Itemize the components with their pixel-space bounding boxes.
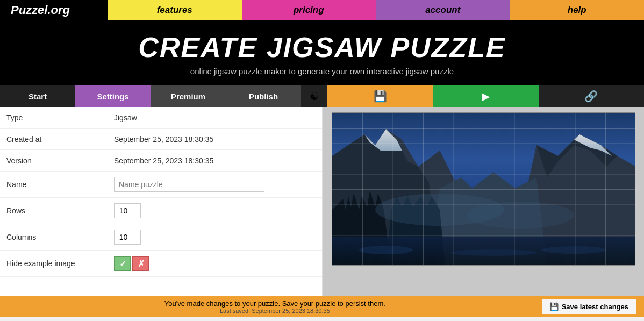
puzzle-image-svg [332, 113, 635, 266]
rows-label: Rows [6, 206, 114, 215]
name-input[interactable] [114, 177, 264, 192]
hero-title: CREATE JIGSAW PUZZLE [0, 31, 644, 63]
puzzle-preview [332, 112, 635, 266]
nav-help[interactable]: help [510, 0, 645, 20]
hero-section: CREATE JIGSAW PUZZLE online jigsaw puzzl… [0, 20, 644, 85]
version-label: Version [6, 156, 114, 165]
name-label: Name [6, 180, 114, 189]
navigation: features pricing account help [108, 0, 644, 20]
type-label: Type [6, 113, 114, 122]
svg-point-11 [359, 246, 413, 254]
created-at-value: September 25, 2023 18:30:35 [114, 135, 213, 144]
columns-input[interactable] [114, 230, 141, 245]
type-row: Type Jigsaw [0, 107, 322, 129]
hide-example-row: Hide example image ✓ ✗ [0, 251, 322, 277]
last-saved: Last saved: September 25, 2023 18:30:35 [8, 308, 542, 314]
bottom-bar: You've made changes to your puzzle. Save… [0, 296, 644, 317]
save-button-icon: 💾 [549, 302, 559, 311]
x-icon: ✗ [138, 259, 145, 269]
type-value: Jigsaw [114, 113, 137, 122]
nav-features[interactable]: features [108, 0, 242, 20]
tab-premium[interactable]: Premium [151, 85, 226, 107]
version-row: Version September 25, 2023 18:30:35 [0, 150, 322, 172]
tab-start[interactable]: Start [0, 85, 75, 107]
save-icon-tab[interactable]: 💾 [327, 85, 433, 107]
main-content: Type Jigsaw Created at September 25, 202… [0, 107, 644, 296]
toggle-no-button[interactable]: ✗ [132, 256, 149, 271]
columns-label: Columns [6, 233, 114, 241]
save-latest-button[interactable]: 💾 Save latest changes [542, 299, 636, 314]
share-icon-tab[interactable]: 🔗 [539, 85, 644, 107]
toggle-group: ✓ ✗ [114, 256, 149, 271]
toggle-yes-button[interactable]: ✓ [114, 256, 131, 271]
nav-pricing[interactable]: pricing [242, 0, 376, 20]
logo[interactable]: Puzzel.org [0, 3, 108, 17]
svg-point-13 [542, 246, 606, 254]
save-button-label: Save latest changes [562, 303, 628, 311]
version-value: September 25, 2023 18:30:35 [114, 156, 213, 165]
hide-example-label: Hide example image [6, 259, 114, 268]
share-icon: 🔗 [584, 90, 598, 103]
header: Puzzel.org features pricing account help [0, 0, 644, 20]
tab-settings[interactable]: Settings [75, 85, 151, 107]
tab-publish[interactable]: Publish [226, 85, 301, 107]
yin-yang-icon[interactable]: ☯ [301, 85, 327, 107]
rows-input[interactable] [114, 203, 141, 218]
bottom-message-area: You've made changes to your puzzle. Save… [8, 299, 542, 314]
checkmark-icon: ✓ [119, 259, 126, 269]
hero-subtitle: online jigsaw puzzle maker to generate y… [0, 67, 644, 76]
rows-row: Rows [0, 198, 322, 224]
created-at-label: Created at [6, 135, 114, 144]
svg-point-15 [467, 202, 574, 229]
floppy-icon: 💾 [374, 90, 387, 103]
created-at-row: Created at September 25, 2023 18:30:35 [0, 129, 322, 150]
tab-bar: Start Settings Premium Publish ☯ 💾 ▶ 🔗 [0, 85, 644, 107]
preview-panel [323, 107, 644, 296]
columns-row: Columns [0, 224, 322, 251]
play-icon: ▶ [482, 90, 490, 103]
play-icon-tab[interactable]: ▶ [433, 85, 538, 107]
bottom-message: You've made changes to your puzzle. Save… [8, 299, 542, 308]
name-row: Name [0, 172, 322, 198]
nav-account[interactable]: account [376, 0, 510, 20]
settings-panel: Type Jigsaw Created at September 25, 202… [0, 107, 323, 296]
svg-point-12 [450, 249, 536, 256]
